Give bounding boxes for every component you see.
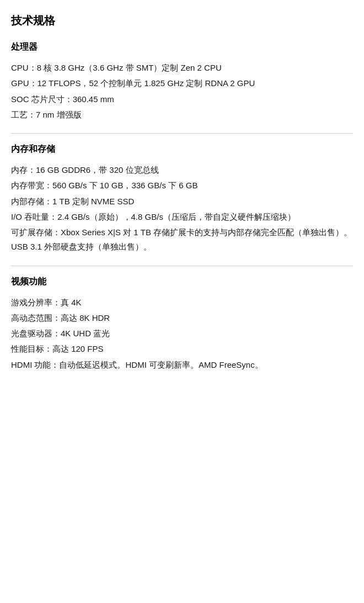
spec-line: I/O 吞吐量：2.4 GB/s（原始），4.8 GB/s（压缩后，带自定义硬件… [11,210,353,224]
spec-line: 内部存储：1 TB 定制 NVME SSD [11,194,353,209]
section-processor: 处理器CPU：8 核 3.8 GHz（3.6 GHz 带 SMT）定制 Zen … [11,41,353,122]
section-body-memory-storage: 内存：16 GB GDDR6，带 320 位宽总线内存带宽：560 GB/s 下… [11,163,353,255]
spec-line: GPU：12 TFLOPS，52 个控制单元 1.825 GHz 定制 RDNA… [11,76,353,91]
page-title: 技术规格 [11,13,353,28]
section-title-video: 视频功能 [11,276,353,288]
spec-line: 游戏分辨率：真 4K [11,295,353,310]
section-body-video: 游戏分辨率：真 4K高动态范围：高达 8K HDR光盘驱动器：4K UHD 蓝光… [11,295,353,372]
spec-line: CPU：8 核 3.8 GHz（3.6 GHz 带 SMT）定制 Zen 2 C… [11,61,353,75]
spec-line: 可扩展存储：Xbox Series X|S 对 1 TB 存储扩展卡的支持与内部… [11,225,353,255]
section-body-processor: CPU：8 核 3.8 GHz（3.6 GHz 带 SMT）定制 Zen 2 C… [11,61,353,122]
section-divider [11,133,353,134]
spec-line: 内存：16 GB GDDR6，带 320 位宽总线 [11,163,353,177]
spec-line: 工艺：7 nm 增强版 [11,108,353,122]
section-title-memory-storage: 内存和存储 [11,144,353,155]
spec-line: 内存带宽：560 GB/s 下 10 GB，336 GB/s 下 6 GB [11,178,353,193]
spec-line: HDMI 功能：自动低延迟模式。HDMI 可变刷新率。AMD FreeSync。 [11,358,353,372]
section-video: 视频功能游戏分辨率：真 4K高动态范围：高达 8K HDR光盘驱动器：4K UH… [11,276,353,372]
section-memory-storage: 内存和存储内存：16 GB GDDR6，带 320 位宽总线内存带宽：560 G… [11,144,353,255]
section-divider [11,266,353,266]
spec-line: SOC 芯片尺寸：360.45 mm [11,92,353,107]
spec-line: 性能目标：高达 120 FPS [11,342,353,356]
spec-line: 光盘驱动器：4K UHD 蓝光 [11,326,353,341]
section-title-processor: 处理器 [11,41,353,53]
spec-line: 高动态范围：高达 8K HDR [11,311,353,325]
